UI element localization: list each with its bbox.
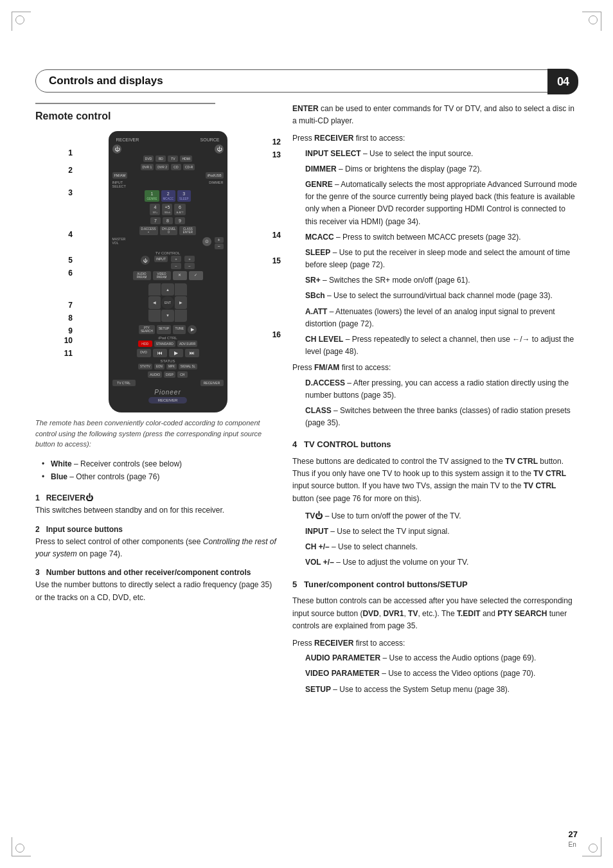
next-btn[interactable]: ⏭: [185, 349, 199, 357]
stv-btn[interactable]: STV/TV: [138, 364, 152, 369]
label-4: 4: [68, 231, 73, 238]
tv-btn[interactable]: TV: [168, 155, 178, 162]
fmam-items: D.ACCESS – After pressing, you can acces…: [305, 377, 578, 430]
video-param-btn[interactable]: VIDEOPARAM: [153, 271, 171, 280]
receiver-bottom-btn[interactable]: RECEIVER: [148, 397, 187, 403]
numpad-area: 1GENRE 2MCACC 3SLEEP 4SR+ +5SBch 6A.ATT: [112, 190, 224, 235]
disp-btn[interactable]: DISP: [164, 371, 175, 378]
dpad-down-btn[interactable]: ▼: [161, 310, 173, 322]
vol-mute-btn[interactable]: ⊙: [202, 237, 211, 246]
standard-btn[interactable]: STANDARD: [154, 341, 175, 347]
item-sr-plus: SR+ – Switches the SR+ mode on/off (page…: [305, 274, 578, 287]
receiver-btn[interactable]: RECEIVER: [200, 380, 224, 386]
ipod-btn[interactable]: iPod/USB: [206, 172, 224, 179]
label-8: 8: [68, 314, 73, 322]
dvd-play-btn[interactable]: DVD: [137, 349, 151, 357]
receiver-power-btn[interactable]: ⏻: [112, 145, 121, 154]
cdr-btn[interactable]: CD-R: [183, 164, 195, 170]
numpad-row2: 4SR+ +5SBch 6A.ATT: [116, 204, 220, 215]
enter-text: ENTER can be used to enter commands for …: [292, 103, 578, 127]
adv-surr-btn[interactable]: ADV.SURR: [177, 341, 197, 347]
fmam-btn[interactable]: FM/AM: [112, 172, 128, 179]
source-row3: FM/AM iPod/USB: [112, 172, 224, 179]
btn-3[interactable]: 3SLEEP: [177, 190, 191, 202]
item-sbch: SBch – Use to select the surround/virtua…: [305, 290, 578, 302]
hdd-btn[interactable]: HDD: [138, 341, 152, 347]
tv-vol-dn-btn[interactable]: −: [184, 263, 195, 269]
label-5: 5: [68, 256, 73, 264]
btn-5[interactable]: +5SBch: [162, 204, 172, 215]
section-4-body: These buttons are dedicated to control t…: [292, 456, 578, 505]
btn-4[interactable]: 4SR+: [150, 204, 160, 215]
prev-btn[interactable]: ⏮: [153, 349, 167, 357]
audio-param-btn[interactable]: AUDIOPARAM: [133, 271, 151, 280]
item-video-param: VIDEO PARAMETER – Use to access the Vide…: [305, 668, 578, 680]
item-chlevel: CH LEVEL – Press repeatedly to select a …: [305, 333, 578, 358]
setup-btn[interactable]: SETUP: [157, 325, 172, 334]
source-power-btn[interactable]: ⏻: [215, 145, 224, 154]
fwd-btn[interactable]: ▶: [188, 325, 197, 334]
playback-row1: HDD STANDARD ADV.SURR: [112, 341, 224, 347]
section-5: 5 Tuner/component control buttons/SETUP …: [292, 578, 578, 696]
x-btn[interactable]: ✕: [173, 271, 187, 280]
section-2-text: Press to select control of other compone…: [35, 537, 276, 558]
hdmi-btn[interactable]: HDMI: [180, 155, 192, 162]
btn-6[interactable]: 6A.ATT: [174, 204, 185, 215]
btn-8[interactable]: 8: [163, 217, 173, 224]
section-1-body: 1 RECEIVER⏻ This switches between standb…: [35, 492, 280, 517]
play-btn[interactable]: ▶: [169, 349, 183, 357]
bd-btn[interactable]: BD: [155, 155, 166, 162]
dvr1-btn[interactable]: DVR 1: [141, 164, 154, 170]
daccess-btn[interactable]: D.ACCESS•: [139, 226, 158, 235]
eon-btn[interactable]: EON: [154, 364, 164, 369]
section-2-body: 2 Input source buttons Press to select c…: [35, 524, 280, 561]
tv-power-btn[interactable]: ⏻: [141, 256, 150, 265]
section-3-body: 3 Number buttons and other receiver/comp…: [35, 567, 280, 604]
tv-ch-dn-btn[interactable]: −: [171, 263, 181, 269]
numpad-row1: 1GENRE 2MCACC 3SLEEP: [116, 190, 220, 202]
cd-btn[interactable]: CD: [171, 164, 181, 170]
tv-ctrl-label: TV CONTROL: [112, 251, 224, 255]
label-15: 15: [272, 256, 281, 265]
pty-btn[interactable]: PTYSEARCH: [139, 325, 155, 334]
tune-btn[interactable]: TUNE: [173, 325, 186, 334]
dpad-bl: [148, 310, 161, 322]
item-dimmer: DIMMER – Dims or brightens the display (…: [305, 163, 578, 175]
section-1-text: This switches between standby and on for…: [35, 506, 224, 515]
dpad-right-btn[interactable]: ▶: [175, 296, 187, 308]
item-tv-power: TV⏻ – Use to turn on/off the power of th…: [305, 510, 578, 522]
right-column: ENTER can be used to enter commands for …: [292, 103, 578, 833]
item-input-select: INPUT SELECT – Use to select the input s…: [305, 148, 578, 160]
dvd-btn[interactable]: DVD: [143, 155, 154, 162]
section-5-heading: Tuner/component control buttons/SETUP: [304, 580, 468, 589]
dpad-up-btn[interactable]: ▲: [161, 283, 173, 296]
vol-dn-btn[interactable]: −: [215, 244, 224, 249]
btn-2[interactable]: 2MCACC: [161, 190, 176, 202]
enter-btn[interactable]: ENT: [161, 296, 173, 308]
chlevel-btn[interactable]: CH LEVEL0: [160, 226, 178, 235]
dvr2-btn[interactable]: DVR 2: [155, 164, 169, 170]
ipod-ctrl-label: iPod CTRL: [112, 336, 224, 340]
input-dimmer-row: INPUTSELECT DIMMER: [112, 181, 224, 188]
tv-vol-up-btn[interactable]: +: [184, 256, 195, 262]
remote-body-wrapper: RECEIVER SOURCE ⏻ ⏻ DVD BD TV HDMI: [75, 131, 260, 412]
status-label: STATUS: [112, 359, 224, 363]
btn-7[interactable]: 7: [150, 217, 161, 224]
label-14: 14: [272, 231, 281, 240]
class-btn[interactable]: CLASSENTER: [179, 226, 196, 235]
dpad-left-btn[interactable]: ◀: [148, 296, 161, 308]
signal-sl-btn[interactable]: SIGNAL SL: [179, 364, 197, 369]
btn-1[interactable]: 1GENRE: [145, 190, 159, 202]
tv-ch-up-btn[interactable]: +: [171, 256, 181, 262]
btn-9[interactable]: 9: [175, 217, 185, 224]
mpx-btn[interactable]: MPX: [166, 364, 177, 369]
remote-desc: The remote has been conveniently color-c…: [35, 418, 280, 450]
ch-btn[interactable]: CH: [177, 371, 188, 378]
check-btn[interactable]: ✓: [189, 271, 203, 280]
tv-ctrl-btn[interactable]: TV CTRL: [112, 380, 136, 386]
tv-input-btn[interactable]: INPUT: [154, 256, 168, 262]
bullet-white-label: White: [51, 459, 72, 468]
vol-up-btn[interactable]: +: [215, 237, 224, 243]
audio-btn[interactable]: AUDIO: [148, 371, 162, 378]
page-title: Controls and displays: [49, 75, 163, 87]
